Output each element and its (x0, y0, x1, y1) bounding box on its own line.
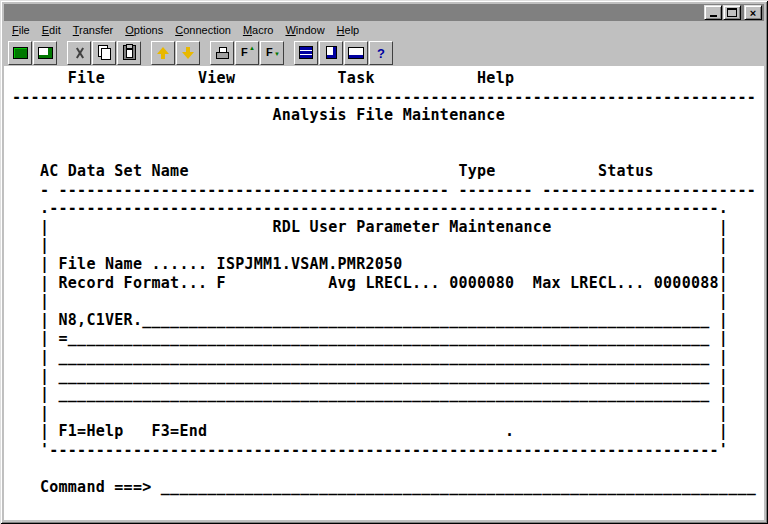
menu-edit[interactable]: Edit (36, 22, 67, 38)
toolbar-group-edit (67, 41, 142, 65)
blank-row (12, 143, 764, 162)
paste-button[interactable] (117, 41, 141, 65)
help-icon (375, 46, 387, 60)
toolbar-group-tools (294, 41, 394, 65)
popup-input-row-5[interactable]: | ______________________________________… (12, 385, 764, 404)
separator-row: ----------------------------------------… (12, 88, 764, 107)
blank-row (12, 125, 764, 144)
command-input-row[interactable]: Command ===> ___________________________… (12, 478, 764, 497)
toolbar-group-transfer (151, 41, 201, 65)
help-button[interactable] (369, 41, 393, 65)
font-increase-button[interactable] (235, 41, 259, 65)
toolbar-group-print-font (210, 41, 285, 65)
menu-macro[interactable]: Macro (237, 22, 280, 38)
terminal-emulator-window: × File Edit Transfer Options Connection … (0, 0, 768, 524)
screen-title-row: Analysis File Maintenance (12, 106, 764, 125)
cut-icon (74, 47, 85, 59)
font-increase-icon (240, 46, 254, 59)
toolbar-group-session (8, 41, 58, 65)
copy-icon (98, 45, 108, 57)
popup-function-keys-row: | F1=Help F3=End . | (12, 422, 764, 441)
session-button[interactable] (8, 41, 32, 65)
terminal-screen[interactable]: File View Task Help --------------------… (4, 66, 764, 520)
menu-window[interactable]: Window (279, 22, 330, 38)
oia-button[interactable] (344, 41, 368, 65)
index-button[interactable] (294, 41, 318, 65)
notes-icon (326, 46, 337, 59)
multi-session-icon (38, 47, 53, 59)
index-icon (299, 46, 313, 59)
minimize-button[interactable] (704, 5, 722, 20)
menu-options[interactable]: Options (119, 22, 169, 38)
menu-transfer[interactable]: Transfer (67, 22, 120, 38)
notes-button[interactable] (319, 41, 343, 65)
popup-blank-row: | | (12, 236, 764, 255)
menu-connection[interactable]: Connection (169, 22, 237, 38)
maximize-icon (727, 8, 737, 17)
multi-session-button[interactable] (33, 41, 57, 65)
titlebar[interactable]: × (4, 4, 764, 21)
upload-arrow-icon (157, 47, 169, 59)
blank-row (12, 459, 764, 478)
popup-input-row-1[interactable]: | N8,C1VER._____________________________… (12, 311, 764, 330)
close-button[interactable]: × (744, 5, 762, 20)
toolbar (4, 39, 764, 66)
maximize-button[interactable] (723, 5, 741, 20)
popup-input-row-3[interactable]: | ______________________________________… (12, 348, 764, 367)
menu-file[interactable]: File (6, 22, 36, 38)
oia-icon (348, 47, 364, 59)
popup-input-row-2[interactable]: | =_____________________________________… (12, 329, 764, 348)
font-decrease-icon (265, 46, 279, 59)
receive-file-button[interactable] (176, 41, 200, 65)
menubar: File Edit Transfer Options Connection Ma… (4, 21, 764, 39)
blank-row (12, 497, 764, 516)
download-arrow-icon (182, 47, 194, 59)
send-file-button[interactable] (151, 41, 175, 65)
dataset-underline-row: - --------------------------------------… (12, 181, 764, 200)
dataset-header-row: AC Data Set Name Type Status (12, 162, 764, 181)
font-decrease-button[interactable] (260, 41, 284, 65)
popup-file-name-row: | File Name ...... ISPJMM1.VSAM.PMR2050 … (12, 255, 764, 274)
copy-button[interactable] (92, 41, 116, 65)
popup-blank-row: | | (12, 292, 764, 311)
close-icon: × (750, 8, 756, 18)
popup-top-border-row: .---------------------------------------… (12, 199, 764, 218)
printer-icon (216, 47, 229, 59)
session-icon (13, 47, 28, 59)
action-bar-row[interactable]: File View Task Help (12, 69, 764, 88)
print-button[interactable] (210, 41, 234, 65)
cut-button[interactable] (67, 41, 91, 65)
popup-bottom-border-row: '---------------------------------------… (12, 441, 764, 460)
paste-icon (123, 45, 136, 60)
popup-record-format-row: | Record Format... F Avg LRECL... 000008… (12, 274, 764, 293)
popup-title-row: | RDL User Parameter Maintenance | (12, 218, 764, 237)
menu-help[interactable]: Help (331, 22, 366, 38)
popup-input-row-4[interactable]: | ______________________________________… (12, 367, 764, 386)
popup-blank-row: | | (12, 404, 764, 423)
minimize-icon (710, 15, 717, 17)
